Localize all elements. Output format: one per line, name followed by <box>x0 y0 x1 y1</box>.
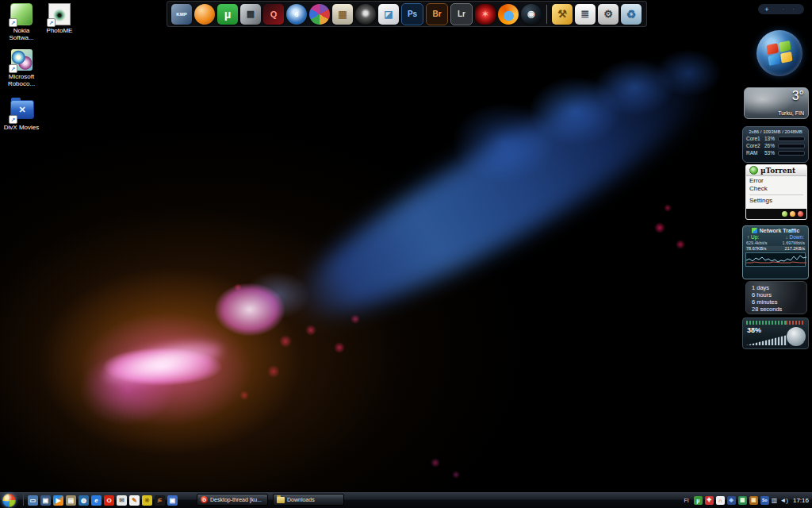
shortcut-arrow-icon: ↗ <box>9 18 17 27</box>
clock[interactable]: 17:16 <box>793 497 809 504</box>
yellow-tool-icon[interactable]: ✳ <box>142 495 152 506</box>
lightroom-icon[interactable]: Lr <box>450 3 473 25</box>
utorrent-red-button[interactable] <box>798 211 803 217</box>
utorrent-icon[interactable]: µ <box>217 4 238 25</box>
window-switcher-icon[interactable]: ▣ <box>40 495 51 506</box>
photo-grid-icon[interactable]: ▦ <box>332 4 353 25</box>
desktop-icon-robocopy[interactable]: ↗ MicrosoftRoboco... <box>2 49 41 87</box>
so-tray-icon[interactable]: So <box>760 496 769 505</box>
photoshop-icon[interactable]: Ps <box>401 3 423 25</box>
media-orb-icon[interactable] <box>194 4 215 25</box>
up-arrow-icon: ↑ <box>747 234 749 240</box>
opera-icon: O <box>201 496 208 503</box>
uptime-days: 1 days <box>752 284 801 291</box>
weather-gadget[interactable]: 3° Turku, FIN <box>744 87 809 119</box>
uptime-gadget[interactable]: 1 days 6 hours 6 minutes 28 seconds <box>745 281 807 314</box>
shortcut-arrow-icon: ↗ <box>47 18 56 27</box>
down-total: 217.2KB/s <box>785 246 805 251</box>
language-indicator[interactable]: FI <box>684 498 689 503</box>
orange-tray-icon[interactable]: ▣ <box>749 496 758 505</box>
utorrent-error-link[interactable]: Error <box>749 177 803 185</box>
network-tray-icon[interactable]: ▥ <box>772 497 778 504</box>
dj-mixer-icon[interactable]: ▦ <box>240 4 261 25</box>
volume-knob[interactable]: ▾ <box>787 327 806 346</box>
taskbar-window-opera[interactable]: O Desktop-thread [ku... <box>197 494 268 506</box>
steam-icon[interactable]: ◉ <box>521 4 542 25</box>
gold-tool-icon[interactable]: ⚒ <box>552 4 573 25</box>
gadget-bar-controls[interactable]: + · · <box>758 4 804 14</box>
dock-separator <box>546 5 547 24</box>
speaker-icon[interactable]: ◄) <box>779 497 788 504</box>
cpu-core2-row: Core226% <box>746 143 805 148</box>
network-title: Network Traffic <box>760 228 800 233</box>
desktop-icon-nokia[interactable]: ↗ NokiaSoftwa... <box>2 3 41 41</box>
ram-row: RAM53% <box>746 150 805 156</box>
utorrent-check-link[interactable]: Check <box>749 185 803 193</box>
utorrent-green-button[interactable] <box>782 211 787 217</box>
add-gadget-button[interactable]: + <box>764 5 768 14</box>
start-button[interactable] <box>2 494 16 507</box>
taskbar-window-downloads[interactable]: Downloads <box>273 494 344 506</box>
red-key-icon[interactable]: Q <box>263 4 284 25</box>
cpu-header: 2x86 / 1093MB / 2048MB <box>746 129 805 134</box>
core1-bar <box>778 137 805 141</box>
volume-bars[interactable] <box>746 335 787 345</box>
editor-pen-icon[interactable]: ✎ <box>129 495 140 506</box>
media-player-icon[interactable]: ▶ <box>53 495 63 506</box>
desktop-icon-photome[interactable]: ↗ PhotoME <box>40 3 79 34</box>
red-splat-icon[interactable]: ✶ <box>475 4 496 25</box>
kmplayer-icon[interactable]: KMP <box>171 4 192 25</box>
switcher-tray-icon[interactable]: ✚ <box>705 496 714 505</box>
photo-viewer-icon[interactable]: ◪ <box>378 4 399 25</box>
weather-location: Turku, FIN <box>778 110 804 116</box>
uptime-hours: 6 hours <box>752 291 801 298</box>
up-total: 78.67KB/s <box>746 246 766 251</box>
uptime-minutes: 6 minutes <box>752 298 801 306</box>
utorrent-tray-icon[interactable]: µ <box>694 496 703 505</box>
mail-icon[interactable]: ✉ <box>117 495 127 506</box>
icon-label: DivX Movies <box>2 124 41 131</box>
ram-bar <box>778 151 805 156</box>
utorrent-logo-icon <box>749 166 758 175</box>
shortcut-arrow-icon: ↗ <box>9 64 17 73</box>
bridge-icon[interactable]: Br <box>426 3 448 25</box>
utorrent-settings-link[interactable]: Settings <box>749 197 803 205</box>
desktop-icon-divx[interactable]: ✕ ↗ DivX Movies <box>2 97 41 131</box>
admin-tools-icon[interactable]: ⚙ <box>598 4 619 25</box>
monitor-app-icon[interactable]: ▣ <box>167 495 178 506</box>
network-icon <box>752 228 757 233</box>
volume-ticks <box>746 321 805 325</box>
folder-icon <box>277 497 285 503</box>
windows-orb-gadget[interactable] <box>756 30 802 76</box>
opera-icon[interactable]: O <box>104 495 114 506</box>
recycle-bin-icon[interactable]: ♻ <box>621 4 642 25</box>
app-dock: KMP µ ▦ Q 6 ▦ ◪ Ps Br Lr ✶ ◉ ⚒ ≣ ⚙ ♻ <box>167 1 647 27</box>
disc-tool-icon[interactable]: 6 <box>286 4 307 25</box>
network-traffic-gadget[interactable]: Network Traffic ↑ Up: ↓ Down: 629.4kbit/… <box>742 225 809 279</box>
utorrent-gadget[interactable]: µTorrent Error Check Settings <box>745 164 807 220</box>
utorrent-orange-button[interactable] <box>790 211 795 217</box>
notepad-icon[interactable]: ≣ <box>575 4 596 25</box>
camera-lens-icon[interactable] <box>355 4 376 25</box>
globe-app-icon[interactable]: ◍ <box>79 495 89 506</box>
blue-tray-icon[interactable]: ◆ <box>727 496 736 505</box>
picasa-icon[interactable] <box>309 4 330 25</box>
gadget-nav-dots[interactable]: · · <box>782 5 798 14</box>
down-rate: 1.697Mbit/s <box>783 241 805 245</box>
jedit-icon[interactable]: jE <box>155 495 165 506</box>
shortcut-arrow-icon: ↗ <box>9 115 17 124</box>
icon-label: Nokia <box>2 27 41 34</box>
volume-gadget[interactable]: 38% ▾ <box>742 318 809 349</box>
up-rate: 629.4kbit/s <box>746 241 768 245</box>
taskbar-divider <box>23 495 24 506</box>
window-title: Desktop-thread [ku... <box>210 497 262 502</box>
cpu-meter-gadget[interactable]: 2x86 / 1093MB / 2048MB Core113% Core226%… <box>742 126 809 163</box>
show-desktop-icon[interactable]: ▭ <box>28 495 38 506</box>
traffic-graph <box>745 252 806 267</box>
avira-tray-icon[interactable]: ∩ <box>716 496 725 505</box>
calculator-icon[interactable]: ▤ <box>66 495 76 506</box>
green-grid-tray-icon[interactable]: ▦ <box>738 496 747 505</box>
internet-explorer-icon[interactable]: e <box>91 495 102 506</box>
icon-label: Microsoft <box>2 73 41 80</box>
firefox-icon[interactable] <box>498 4 519 25</box>
